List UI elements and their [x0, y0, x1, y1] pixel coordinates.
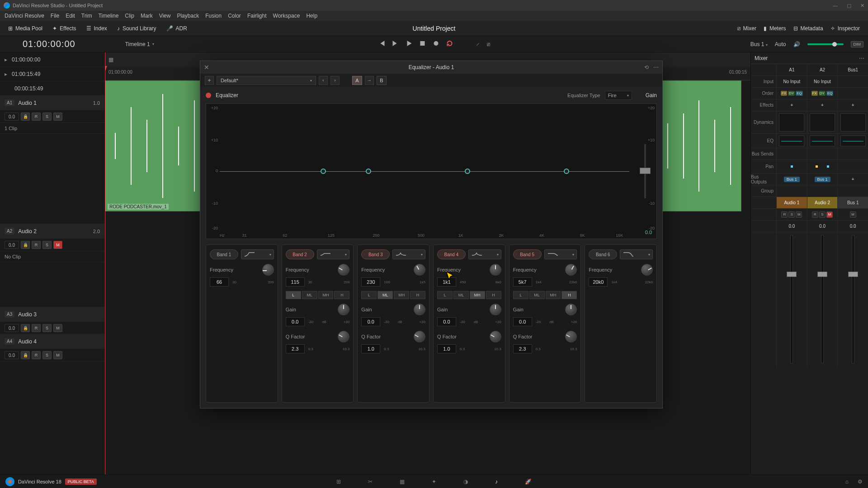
- media-pool-button[interactable]: ⊞Media Pool: [5, 23, 46, 33]
- band-shape-dropdown[interactable]: ▾: [241, 249, 274, 259]
- gain-value[interactable]: 0.0: [437, 317, 456, 326]
- menu-item[interactable]: Help: [306, 13, 317, 19]
- freq-preset-mh[interactable]: MH: [318, 291, 334, 299]
- gain-knob[interactable]: [565, 304, 577, 315]
- lock-button[interactable]: 🔒: [21, 241, 30, 249]
- freq-preset-mh[interactable]: MH: [394, 291, 409, 299]
- menu-item[interactable]: Edit: [66, 13, 75, 19]
- menu-item[interactable]: Color: [228, 13, 241, 19]
- frequency-knob[interactable]: [414, 264, 425, 276]
- eq-node-5[interactable]: [564, 169, 569, 174]
- eq-graph[interactable]: +20 +10 0 -10 -20 +20 +10 -10 -20 Hz 31 …: [206, 103, 657, 239]
- master-timecode[interactable]: 01:00:00:00: [23, 39, 75, 49]
- marker-row[interactable]: 00:00:15:49: [0, 81, 104, 96]
- q-knob[interactable]: [338, 331, 349, 343]
- q-knob[interactable]: [490, 331, 501, 343]
- band-enable-button[interactable]: Band 3: [361, 249, 390, 259]
- close-icon[interactable]: ✕: [860, 3, 864, 9]
- freq-preset-h[interactable]: H: [334, 291, 349, 299]
- next-preset-button[interactable]: ›: [330, 76, 340, 85]
- dim-button[interactable]: DIM: [851, 41, 864, 47]
- track-header-a1[interactable]: A1Audio 11.0: [0, 96, 104, 110]
- effects-button[interactable]: ✦Effects: [49, 23, 80, 33]
- frequency-value[interactable]: 5k7: [513, 277, 532, 286]
- menu-item[interactable]: Playback: [177, 13, 199, 19]
- menu-item[interactable]: Timeline: [98, 13, 118, 19]
- freq-preset-l[interactable]: L: [361, 291, 377, 299]
- eq-node-4[interactable]: [465, 169, 470, 174]
- close-icon[interactable]: ✕: [204, 64, 209, 71]
- add-preset-button[interactable]: +: [205, 76, 214, 85]
- marker-row[interactable]: ▸01:00:00:00: [0, 52, 104, 67]
- freq-preset-h[interactable]: H: [561, 291, 577, 299]
- band-enable-button[interactable]: Band 1: [210, 249, 238, 259]
- solo-button[interactable]: S: [42, 241, 52, 249]
- fader-bus1[interactable]: [837, 232, 868, 368]
- frequency-value[interactable]: 66: [210, 277, 229, 286]
- band-enable-button[interactable]: Band 4: [437, 249, 466, 259]
- page-fairlight[interactable]: ♪: [495, 479, 498, 485]
- preset-dropdown[interactable]: Default*▾: [217, 76, 316, 85]
- band-enable-button[interactable]: Band 2: [286, 249, 314, 259]
- chan-header[interactable]: A1: [776, 64, 807, 75]
- eq-node-2[interactable]: [321, 169, 326, 174]
- playhead[interactable]: [105, 52, 105, 474]
- menu-item[interactable]: DaVinci Resolve: [5, 13, 44, 19]
- menu-item[interactable]: File: [51, 13, 59, 19]
- band-enable-button[interactable]: Band 6: [589, 249, 617, 259]
- mute-button[interactable]: M: [53, 113, 62, 121]
- gain-slider[interactable]: [638, 162, 652, 180]
- freq-preset-mh[interactable]: MH: [546, 291, 561, 299]
- lock-button[interactable]: 🔒: [21, 113, 30, 121]
- page-color[interactable]: ◑: [463, 479, 468, 485]
- mixer-options-icon[interactable]: ⋯: [859, 55, 864, 61]
- menu-item[interactable]: Mark: [141, 13, 153, 19]
- q-value[interactable]: 1.0: [437, 344, 456, 353]
- gain-knob[interactable]: [490, 304, 501, 315]
- timeline-dropdown[interactable]: Timeline 1▾: [125, 41, 154, 47]
- freq-preset-ml[interactable]: ML: [377, 291, 393, 299]
- gain-value[interactable]: 0.0: [286, 317, 305, 326]
- settings-icon[interactable]: ⎚: [487, 41, 490, 47]
- chan-header[interactable]: A2: [807, 64, 838, 75]
- page-fusion[interactable]: ✦: [432, 479, 436, 485]
- inspector-button[interactable]: ✧Inspector: [827, 23, 863, 33]
- frequency-knob[interactable]: [338, 264, 349, 276]
- frequency-value[interactable]: 115: [286, 277, 305, 286]
- frequency-knob[interactable]: [641, 264, 653, 276]
- q-knob[interactable]: [414, 331, 425, 343]
- options-icon[interactable]: ⋯: [653, 64, 659, 70]
- loop-button[interactable]: [446, 40, 453, 48]
- gain-knob[interactable]: [338, 304, 349, 315]
- band-shape-dropdown[interactable]: ▾: [544, 249, 577, 259]
- frequency-value[interactable]: 230: [361, 277, 380, 286]
- arm-button[interactable]: R: [32, 113, 41, 121]
- fader-a2[interactable]: [807, 232, 838, 368]
- menu-item[interactable]: Workspace: [273, 13, 300, 19]
- q-knob[interactable]: [565, 331, 577, 343]
- minimize-icon[interactable]: —: [833, 3, 838, 9]
- band-shape-dropdown[interactable]: ▾: [468, 249, 501, 259]
- page-edit[interactable]: ▦: [400, 479, 405, 485]
- sound-library-button[interactable]: ♪Sound Library: [113, 23, 160, 33]
- freq-preset-ml[interactable]: ML: [529, 291, 545, 299]
- power-button[interactable]: [206, 93, 211, 98]
- prev-button[interactable]: [378, 40, 386, 48]
- speaker-icon[interactable]: 🔊: [793, 41, 800, 47]
- next-button[interactable]: [392, 40, 399, 48]
- freq-preset-mh[interactable]: MH: [470, 291, 485, 299]
- page-cut[interactable]: ✂: [368, 479, 373, 485]
- menu-item[interactable]: View: [159, 13, 171, 19]
- frequency-knob[interactable]: [490, 264, 501, 276]
- frequency-knob[interactable]: [262, 264, 274, 276]
- frequency-value[interactable]: 20k0: [589, 277, 608, 286]
- compare-b-button[interactable]: B: [377, 76, 387, 85]
- freq-preset-h[interactable]: H: [486, 291, 501, 299]
- adr-button[interactable]: 🎤ADR: [163, 23, 191, 33]
- eq-node-3[interactable]: [366, 169, 371, 174]
- fader-a1[interactable]: [776, 232, 807, 368]
- q-value[interactable]: 2.3: [513, 344, 532, 353]
- mute-button[interactable]: M: [53, 241, 62, 249]
- record-button[interactable]: [433, 40, 440, 48]
- track-header-a3[interactable]: A3Audio 3: [0, 307, 104, 322]
